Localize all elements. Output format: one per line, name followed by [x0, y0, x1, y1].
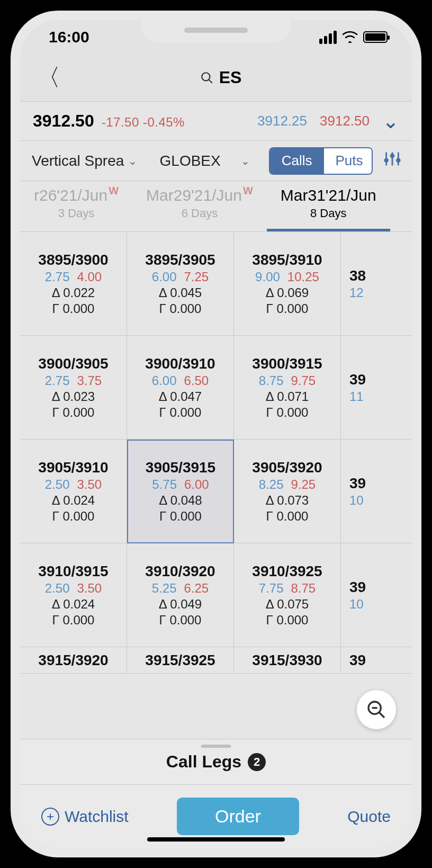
ask-price: 3912.50 [320, 113, 370, 129]
expiry-tab[interactable]: Mar31'21/Jun8 Days [267, 181, 390, 231]
expand-quote-button[interactable]: ⌄ [382, 110, 399, 133]
spread-cell[interactable]: 3895/39109.0010.25Δ 0.069Γ 0.000 [234, 232, 341, 336]
strategy-bar: Vertical Sprea ⌄ GLOBEX ⌄ Calls Puts [20, 141, 412, 181]
legs-drawer[interactable]: Call Legs 2 [20, 739, 412, 784]
calls-puts-toggle: Calls Puts [269, 147, 373, 175]
chevron-down-icon: ⌄ [241, 155, 250, 167]
spread-cell[interactable]: 3911 [341, 336, 412, 440]
legs-count: 2 [248, 753, 266, 771]
spread-cell[interactable]: 3910 [341, 440, 412, 543]
spread-cell[interactable]: 3900/39106.006.50Δ 0.047Γ 0.000 [127, 336, 234, 440]
add-watchlist-button[interactable]: + Watchlist [41, 808, 129, 826]
svg-point-7 [397, 159, 400, 162]
quote-bar: 3912.50 -17.50 -0.45% 3912.25 3912.50 ⌄ [20, 102, 412, 141]
search-icon [200, 71, 214, 85]
spread-cell[interactable]: 3812 [341, 232, 412, 336]
exchange-label: GLOBEX [160, 153, 221, 169]
watchlist-label: Watchlist [65, 808, 129, 826]
spread-grid[interactable]: 3895/39002.754.00Δ 0.022Γ 0.0003895/3905… [20, 232, 412, 739]
cellular-icon [319, 31, 337, 44]
home-indicator[interactable] [147, 837, 285, 842]
spread-cell[interactable]: 3905/39102.503.50Δ 0.024Γ 0.000 [20, 440, 127, 543]
expiry-tab[interactable]: Mar29'21/JunW6 Days [132, 181, 267, 231]
wifi-icon [342, 31, 358, 43]
spread-cell[interactable]: 3895/39002.754.00Δ 0.022Γ 0.000 [20, 232, 127, 336]
spread-cell[interactable]: 3915/3930 [234, 647, 341, 674]
expiry-tabs[interactable]: r26'21/JunW3 DaysMar29'21/JunW6 DaysMar3… [20, 181, 412, 232]
puts-tab[interactable]: Puts [324, 148, 373, 174]
filter-button[interactable] [382, 148, 402, 174]
spread-cell[interactable]: 3895/39056.007.25Δ 0.045Γ 0.000 [127, 232, 234, 336]
spread-cell[interactable]: 3910/39152.503.50Δ 0.024Γ 0.000 [20, 543, 127, 647]
svg-point-6 [391, 155, 394, 158]
battery-icon [363, 31, 388, 43]
spread-cell[interactable]: 3915/3920 [20, 647, 127, 674]
drag-handle[interactable] [201, 745, 231, 748]
spread-cell[interactable]: 3900/39158.759.75Δ 0.071Γ 0.000 [234, 336, 341, 440]
spread-cell[interactable]: 3905/39208.259.25Δ 0.073Γ 0.000 [234, 440, 341, 543]
spread-cell[interactable]: 3905/39155.756.00Δ 0.048Γ 0.000 [127, 440, 234, 543]
spread-cell[interactable]: 3910/39257.758.75Δ 0.075Γ 0.000 [234, 543, 341, 647]
quote-link[interactable]: Quote [347, 808, 391, 826]
status-icons [319, 31, 388, 44]
svg-point-0 [202, 73, 210, 80]
order-button[interactable]: Order [177, 798, 299, 835]
strategy-label: Vertical Sprea [32, 153, 124, 169]
chevron-down-icon: ⌄ [128, 155, 137, 167]
strategy-dropdown[interactable]: Vertical Sprea ⌄ [32, 153, 150, 169]
plus-circle-icon: + [41, 808, 59, 826]
spread-cell[interactable]: 3915/3925 [127, 647, 234, 674]
price-change: -17.50 -0.45% [102, 115, 185, 130]
spread-cell[interactable]: 39 [341, 647, 412, 674]
calls-tab[interactable]: Calls [270, 148, 324, 174]
back-button[interactable]: 〈 [31, 58, 67, 97]
last-price: 3912.50 [33, 111, 94, 131]
zoom-out-button[interactable] [357, 690, 396, 729]
svg-line-9 [379, 712, 384, 718]
svg-line-1 [209, 79, 212, 83]
svg-point-5 [385, 159, 388, 162]
legs-label: Call Legs [166, 752, 241, 772]
spread-cell[interactable]: 3910 [341, 543, 412, 647]
expiry-tab[interactable]: r26'21/JunW3 Days [20, 181, 132, 231]
exchange-dropdown[interactable]: GLOBEX ⌄ [160, 153, 250, 169]
search-field[interactable]: ES [67, 68, 375, 87]
clock: 16:00 [49, 28, 89, 46]
bid-price: 3912.25 [257, 113, 307, 129]
spread-cell[interactable]: 3910/39205.256.25Δ 0.049Γ 0.000 [127, 543, 234, 647]
spread-cell[interactable]: 3900/39052.753.75Δ 0.023Γ 0.000 [20, 336, 127, 440]
search-header: 〈 ES [20, 54, 412, 102]
search-symbol: ES [219, 68, 242, 87]
